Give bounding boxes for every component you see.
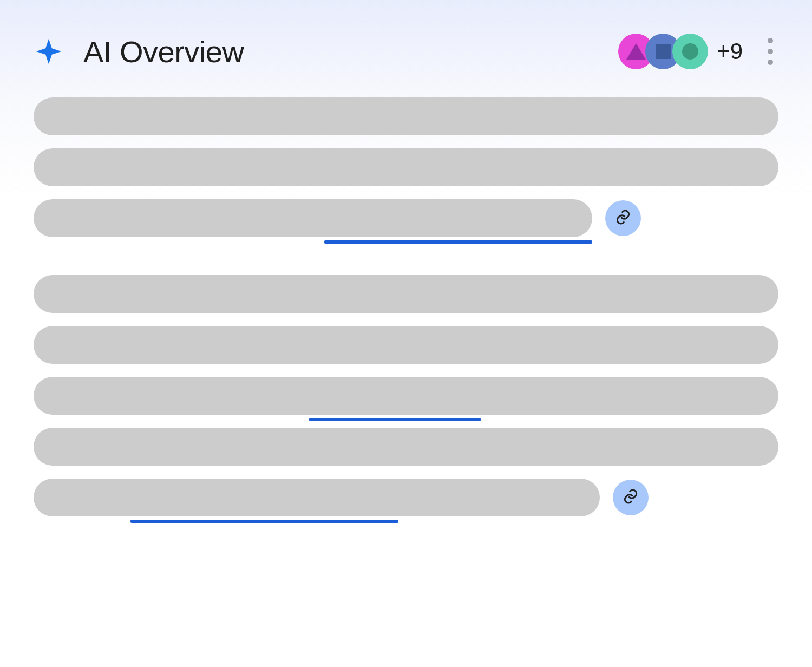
- text-placeholder-row: [34, 326, 778, 364]
- text-placeholder-row: [34, 428, 778, 466]
- square-icon: [656, 44, 671, 59]
- text-placeholder: [34, 97, 778, 135]
- citation-link-chip[interactable]: [613, 480, 649, 515]
- text-placeholder: [34, 199, 592, 237]
- citation-link-chip[interactable]: [605, 200, 641, 236]
- circle-icon: [682, 43, 698, 60]
- header: AI Overview +9: [0, 0, 812, 97]
- hyperlink-underline[interactable]: [309, 418, 480, 421]
- text-placeholder: [34, 275, 778, 313]
- link-icon: [614, 208, 632, 228]
- paragraph: [34, 97, 778, 237]
- more-vertical-icon: [768, 38, 773, 43]
- sources-overflow-count[interactable]: +9: [717, 38, 743, 64]
- text-placeholder-row: [34, 148, 778, 186]
- page-title: AI Overview: [83, 34, 244, 69]
- triangle-icon: [626, 43, 646, 60]
- link-icon: [622, 488, 639, 507]
- header-left: AI Overview: [34, 34, 244, 69]
- content-area: [0, 97, 812, 516]
- text-placeholder-row: [34, 97, 778, 135]
- text-placeholder-row: [34, 275, 778, 313]
- more-menu-button[interactable]: [762, 32, 778, 70]
- sparkle-icon: [34, 36, 64, 67]
- text-placeholder: [34, 479, 600, 516]
- sources-group[interactable]: +9: [618, 34, 743, 69]
- source-badge-3[interactable]: [672, 34, 708, 69]
- text-placeholder: [34, 428, 778, 466]
- hyperlink-underline[interactable]: [324, 240, 592, 244]
- source-badges: [618, 34, 708, 69]
- hyperlink-underline[interactable]: [130, 520, 398, 523]
- header-right: +9: [618, 32, 778, 70]
- text-placeholder-row: [34, 479, 778, 516]
- text-placeholder-row: [34, 377, 778, 415]
- paragraph: [34, 275, 778, 516]
- text-placeholder: [34, 326, 778, 364]
- text-placeholder: [34, 377, 778, 415]
- text-placeholder-row: [34, 199, 778, 237]
- text-placeholder: [34, 148, 778, 186]
